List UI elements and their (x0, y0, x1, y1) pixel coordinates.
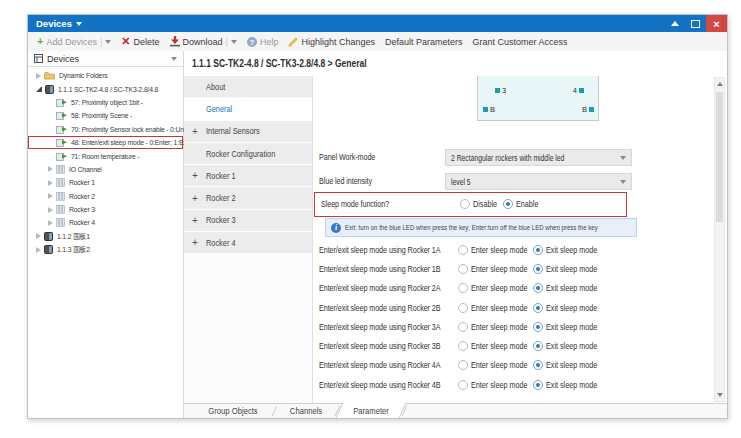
expander-collapsed-icon[interactable] (36, 247, 41, 253)
panel-title-menu[interactable]: Devices (28, 18, 82, 29)
radio-exit-sleep-mode[interactable]: Exit sleep mode (533, 321, 610, 333)
download-button[interactable]: Download | (167, 36, 240, 47)
group-object-icon (56, 98, 67, 107)
radio-enter-sleep-mode[interactable]: Enter sleep mode (458, 244, 542, 256)
expander-collapsed-icon[interactable] (36, 233, 41, 239)
radio-enter-sleep-mode[interactable]: Enter sleep mode (458, 379, 542, 391)
expand-plus-icon[interactable]: + (192, 237, 202, 248)
param-label: Sleep mode function? (321, 196, 389, 212)
expander-expanded-icon[interactable] (36, 86, 42, 92)
add-devices-button[interactable]: + Add Devices | (34, 37, 114, 47)
param-row-rocker-4a: Enter/exit sleep mode using Rocker 4A En… (313, 357, 707, 373)
tree-item-device-111[interactable]: 1.1.1 SC-TK2-4.8 / SC-TK3-2.8/4.8 (28, 82, 183, 95)
delete-button[interactable]: ✕ Delete (118, 37, 162, 47)
radio-unselected-icon (458, 380, 468, 390)
grant-customer-access-button[interactable]: Grant Customer Access (470, 37, 571, 47)
led-square-icon (495, 88, 500, 93)
expander-collapsed-icon[interactable] (48, 166, 53, 172)
radio-exit-sleep-mode[interactable]: Exit sleep mode (533, 244, 610, 256)
radio-exit-sleep-mode[interactable]: Exit sleep mode (533, 302, 610, 314)
radio-enter-sleep-mode[interactable]: Enter sleep mode (458, 359, 542, 371)
radio-selected-icon (533, 380, 543, 390)
nav-item-about[interactable]: About (184, 76, 312, 97)
tree-item-dynamic-folders[interactable]: Dynamic Folders (28, 69, 183, 82)
radio-enter-sleep-mode[interactable]: Enter sleep mode (458, 263, 542, 275)
tree-item-rocker-4[interactable]: Rocker 4 (28, 216, 183, 229)
nav-item-general[interactable]: General (184, 98, 312, 119)
led-square-icon (483, 107, 488, 112)
radio-exit-sleep-mode[interactable]: Exit sleep mode (533, 263, 610, 275)
radio-selected-icon (533, 264, 543, 274)
nav-item-rocker-configuration[interactable]: Rocker Configuration (184, 143, 312, 164)
expand-plus-icon[interactable]: + (192, 126, 202, 137)
close-button[interactable]: × (706, 15, 727, 32)
radio-enter-sleep-mode[interactable]: Enter sleep mode (458, 282, 542, 294)
scroll-up-icon[interactable] (717, 82, 723, 86)
help-icon: ? (247, 37, 257, 47)
radio-enable[interactable]: Enable (503, 198, 544, 210)
radio-disable[interactable]: Disable (460, 198, 503, 210)
vertical-scrollbar[interactable] (714, 77, 725, 402)
radio-exit-sleep-mode[interactable]: Exit sleep mode (533, 379, 610, 391)
radio-enter-sleep-mode[interactable]: Enter sleep mode (458, 340, 542, 352)
maximize-button[interactable] (685, 15, 706, 32)
nav-item-rocker-4[interactable]: +Rocker 4 (184, 232, 312, 253)
table-icon (34, 54, 43, 63)
param-row-rocker-1a: Enter/exit sleep mode using Rocker 1A En… (313, 242, 707, 258)
scrollbar-thumb[interactable] (716, 92, 723, 222)
radio-exit-sleep-mode[interactable]: Exit sleep mode (533, 340, 610, 352)
tree-item-object-48-highlighted[interactable]: 48: Enter/exit sleep mode - 0:Enter; 1:E… (28, 136, 183, 149)
expander-collapsed-icon[interactable] (48, 180, 53, 186)
radio-enter-sleep-mode[interactable]: Enter sleep mode (458, 321, 542, 333)
tree-item-rocker-2[interactable]: Rocker 2 (28, 190, 183, 203)
nav-item-internal-sensors[interactable]: +Internal Sensors (184, 121, 312, 142)
tree-item-device-112[interactable]: 1.1.2 面板1 (28, 230, 183, 243)
radio-exit-sleep-mode[interactable]: Exit sleep mode (533, 282, 610, 294)
expander-collapsed-icon[interactable] (48, 193, 53, 199)
expand-plus-icon[interactable]: + (192, 193, 202, 204)
bottom-tabbar: Group Objects Channels Parameter (184, 403, 727, 418)
chevron-down-icon[interactable] (105, 40, 111, 44)
tab-channels[interactable]: Channels (275, 404, 337, 418)
expander-collapsed-icon[interactable] (48, 220, 53, 226)
radio-selected-icon (533, 341, 543, 351)
tree-item-object-57[interactable]: 57: Proximity object 1bit - (28, 96, 183, 109)
tree-item-rocker-3[interactable]: Rocker 3 (28, 203, 183, 216)
tree-item-object-71[interactable]: 71: Room temperature - (28, 149, 183, 162)
expand-plus-icon[interactable]: + (192, 215, 202, 226)
chevron-up-icon (671, 21, 679, 26)
radio-exit-sleep-mode[interactable]: Exit sleep mode (533, 359, 610, 371)
tab-parameter[interactable]: Parameter (338, 404, 404, 418)
tree-item-object-58[interactable]: 58: Proximity Scene - (28, 109, 183, 122)
highlight-changes-button[interactable]: Highlight Changes (285, 37, 378, 47)
radio-unselected-icon (458, 360, 468, 370)
scroll-down-icon[interactable] (717, 393, 723, 397)
expander-collapsed-icon[interactable] (36, 73, 41, 79)
radio-enter-sleep-mode[interactable]: Enter sleep mode (458, 302, 542, 314)
titlebar: Devices × (28, 15, 727, 32)
blue-led-dropdown[interactable]: level 5 (445, 173, 632, 190)
nav-item-rocker-3[interactable]: +Rocker 3 (184, 210, 312, 231)
tree-item-object-70[interactable]: 70: Proximity Sensor lock enable - 0:Unl… (28, 123, 183, 136)
tab-group-objects[interactable]: Group Objects (192, 404, 274, 418)
work-mode-dropdown[interactable]: 2 Rectangular rockers with middle led (445, 149, 632, 166)
download-icon (170, 36, 180, 47)
tree-item-rocker-1[interactable]: Rocker 1 (28, 176, 183, 189)
tree-item-io-channel[interactable]: IO Channel (28, 163, 183, 176)
chevron-down-icon (620, 156, 626, 160)
pin-button[interactable] (664, 15, 685, 32)
nav-item-rocker-2[interactable]: +Rocker 2 (184, 187, 312, 208)
radio-unselected-icon (458, 303, 468, 313)
expander-collapsed-icon[interactable] (48, 207, 53, 213)
channel-icon (56, 165, 65, 174)
help-button[interactable]: ? Help (244, 37, 282, 47)
chevron-down-icon[interactable] (171, 57, 177, 61)
channel-icon (56, 178, 65, 187)
param-label: Enter/exit sleep mode using Rocker 2B (319, 300, 441, 316)
tree-item-device-113[interactable]: 1.1.3 面板2 (28, 243, 183, 256)
tree-header[interactable]: Devices (28, 51, 183, 67)
chevron-down-icon[interactable] (231, 40, 237, 44)
nav-item-rocker-1[interactable]: +Rocker 1 (184, 165, 312, 186)
default-parameters-button[interactable]: Default Parameters (382, 37, 466, 47)
expand-plus-icon[interactable]: + (192, 170, 202, 181)
